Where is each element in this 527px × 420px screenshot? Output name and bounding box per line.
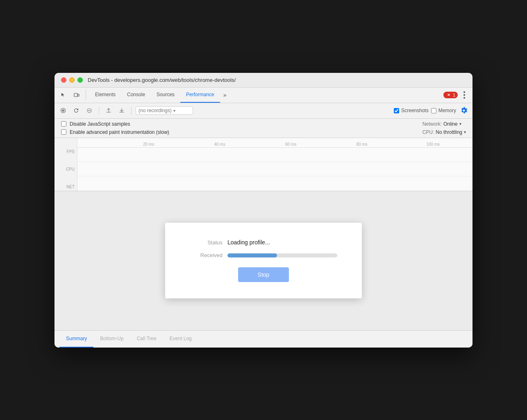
ruler-tick-100: 100 ms (426, 142, 440, 147)
timeline-side-labels: FPS CPU NET (55, 138, 77, 191)
enable-paint-setting[interactable]: Enable advanced paint instrumentation (s… (61, 129, 169, 135)
disable-js-setting[interactable]: Disable JavaScript samples (61, 121, 169, 127)
menu-dot (463, 94, 465, 96)
download-button[interactable] (116, 105, 127, 116)
menu-dot (463, 91, 465, 93)
devtools-tab-bar: Elements Console Sources Performance » ✕… (55, 88, 472, 103)
upload-button[interactable] (103, 105, 114, 116)
tab-list: Elements Console Sources Performance » (89, 88, 443, 103)
tab-right-icons: ✕ 1 (443, 90, 469, 100)
toolbar-divider (99, 106, 99, 115)
enable-paint-checkbox[interactable] (61, 129, 66, 135)
bottom-tab-bottom-up[interactable]: Bottom-Up (93, 331, 130, 348)
settings-right: Network: Online ▾ CPU: No throttling ▾ (423, 121, 466, 135)
network-setting[interactable]: Network: Online ▾ (423, 121, 466, 127)
menu-dot (463, 97, 465, 99)
screenshots-checkbox-group[interactable]: Screenshots (394, 108, 429, 113)
ruler-tick-80: 80 ms (356, 142, 367, 147)
recordings-dropdown[interactable]: (no recordings) ▾ (136, 106, 193, 115)
tab-sources[interactable]: Sources (151, 88, 180, 103)
traffic-lights (61, 77, 83, 83)
status-row: Status Loading profile... (190, 239, 337, 246)
cursor-icon[interactable] (58, 89, 69, 101)
progress-bar-fill (227, 253, 277, 257)
ruler-tick-40: 40 ms (214, 142, 225, 147)
stop-button[interactable]: Stop (238, 267, 289, 282)
loading-dialog: Status Loading profile... Received Stop (165, 223, 362, 298)
record-button[interactable] (58, 105, 68, 116)
cpu-label: CPU (57, 167, 75, 172)
tab-console[interactable]: Console (121, 88, 151, 103)
fps-label: FPS (57, 149, 75, 154)
bottom-tab-summary[interactable]: Summary (59, 331, 93, 348)
settings-left: Disable JavaScript samples Enable advanc… (61, 121, 169, 135)
close-button[interactable] (61, 77, 66, 83)
main-content: Status Loading profile... Received Stop (55, 191, 472, 330)
timeline-main[interactable]: 20 ms 40 ms 60 ms 80 ms 100 ms (77, 138, 472, 191)
memory-checkbox-group[interactable]: Memory (431, 108, 456, 113)
svg-rect-1 (77, 94, 79, 96)
svg-rect-0 (74, 93, 77, 97)
svg-point-3 (62, 109, 64, 112)
devtools-window: DevTools - developers.google.com/web/too… (55, 73, 472, 348)
cpu-track (77, 162, 472, 176)
cpu-dropdown-arrow: ▾ (464, 130, 466, 134)
settings-gear-button[interactable] (459, 105, 469, 116)
devtools-icon-group (58, 89, 86, 101)
net-track (77, 176, 472, 190)
performance-toolbar: (no recordings) ▾ Screenshots Memory (55, 103, 472, 119)
minimize-button[interactable] (69, 77, 75, 83)
ruler-tick-60: 60 ms (285, 142, 296, 147)
disable-js-checkbox[interactable] (61, 121, 66, 126)
settings-row: Disable JavaScript samples Enable advanc… (55, 119, 472, 138)
error-x-icon: ✕ (446, 92, 452, 98)
title-bar: DevTools - developers.google.com/web/too… (55, 73, 472, 88)
bottom-tab-event-log[interactable]: Event Log (163, 331, 198, 348)
timeline-ruler: 20 ms 40 ms 60 ms 80 ms 100 ms (77, 138, 472, 148)
device-toggle-icon[interactable] (71, 89, 82, 101)
toolbar-divider-2 (131, 106, 132, 115)
fps-track (77, 148, 472, 162)
maximize-button[interactable] (77, 77, 83, 83)
cpu-setting[interactable]: CPU: No throttling ▾ (423, 129, 466, 135)
timeline-area: FPS CPU NET 20 ms 40 ms 60 ms 80 ms 100 … (55, 138, 472, 191)
received-row: Received (190, 252, 337, 258)
bottom-tab-bar: Summary Bottom-Up Call Tree Event Log (55, 330, 472, 348)
net-label: NET (57, 185, 75, 189)
reload-button[interactable] (71, 105, 82, 116)
recordings-dropdown-arrow: ▾ (173, 108, 175, 113)
error-badge[interactable]: ✕ 1 (443, 92, 458, 98)
bottom-tab-call-tree[interactable]: Call Tree (130, 331, 163, 348)
window-title: DevTools - developers.google.com/web/too… (88, 77, 236, 83)
timeline-tracks (77, 148, 472, 191)
tab-elements[interactable]: Elements (89, 88, 121, 103)
screenshots-checkbox[interactable] (394, 108, 399, 113)
memory-checkbox[interactable] (431, 108, 436, 113)
tab-more-button[interactable]: » (220, 92, 230, 98)
network-dropdown-arrow: ▾ (459, 122, 461, 126)
progress-bar (227, 253, 337, 257)
devtools-menu-button[interactable] (459, 90, 469, 100)
tab-performance[interactable]: Performance (180, 88, 220, 103)
toolbar-right: Screenshots Memory (394, 105, 469, 116)
clear-button[interactable] (84, 105, 95, 116)
ruler-tick-20: 20 ms (143, 142, 154, 147)
